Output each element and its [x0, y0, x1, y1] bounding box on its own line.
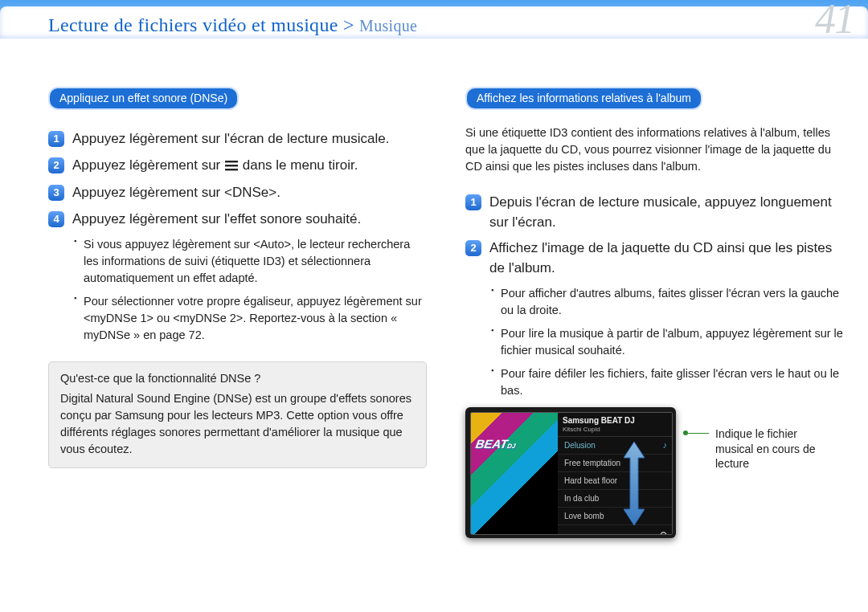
step-row: 1 Appuyez légèrement sur l'écran de lect… [48, 129, 427, 149]
manual-page: Lecture de fichiers vidéo et musique > M… [0, 0, 868, 612]
step-row: 3 Appuyez légèrement sur <DNSe>. [48, 183, 427, 203]
album-art-logo: BEATDJ [475, 437, 518, 451]
step-text: Appuyez légèrement sur l'effet sonore so… [72, 210, 361, 230]
step-number: 4 [48, 211, 64, 227]
callout-text: Indique le fichier musical en cours de l… [715, 426, 836, 472]
track-list: Samsung BEAT DJ Kitschi Cupid Delusion ♪… [558, 413, 672, 534]
step2-before: Appuyez légèrement sur [72, 157, 224, 173]
track-item-selected: Delusion ♪ [558, 437, 672, 455]
step-text: Appuyez légèrement sur dans le menu tiro… [72, 156, 358, 177]
note-item: Pour sélectionner votre propre égaliseur… [74, 293, 427, 344]
callout: Indique le fichier musical en cours de l… [684, 426, 836, 472]
svg-rect-2 [225, 169, 238, 170]
callout-line-icon [688, 433, 709, 434]
breadcrumb-sep: > [338, 14, 359, 35]
right-column: Affichez les informations relatives à l'… [465, 87, 844, 596]
notes-list: Si vous appuyez légèrement sur <Auto>, l… [74, 236, 427, 344]
track-item: Love bomb [558, 508, 672, 525]
step-number: 2 [48, 157, 64, 173]
album-artist: Kitschi Cupid [563, 426, 667, 433]
step-text: Appuyez légèrement sur l'écran de lectur… [72, 129, 389, 149]
step-number: 1 [48, 131, 64, 147]
notes-list: Pour afficher d'autres albums, faites gl… [491, 285, 844, 399]
svg-rect-1 [225, 165, 238, 166]
back-arrow-icon: ↶ [658, 529, 667, 535]
device-mockup: BEATDJ Samsung BEAT DJ Kitschi Cupid Del… [465, 407, 676, 538]
note-item: Si vous appuyez légèrement sur <Auto>, l… [74, 236, 427, 287]
device-illustration-row: BEATDJ Samsung BEAT DJ Kitschi Cupid Del… [465, 407, 844, 538]
album-title: Samsung BEAT DJ [563, 416, 667, 425]
section-intro: Si une étiquette ID3 contient des inform… [465, 124, 844, 175]
page-body: Appliquez un effet sonore (DNSe) 1 Appuy… [48, 87, 844, 596]
note-item: Pour afficher d'autres albums, faites gl… [491, 285, 844, 319]
breadcrumb: Lecture de fichiers vidéo et musique > M… [48, 14, 417, 36]
left-column: Appliquez un effet sonore (DNSe) 1 Appuy… [48, 87, 427, 596]
section-title-album: Affichez les informations relatives à l'… [465, 87, 702, 110]
track-item: Free temptation [558, 455, 672, 472]
step-row: 4 Appuyez légèrement sur l'effet sonore … [48, 210, 427, 230]
track-name: Delusion [564, 441, 596, 450]
track-item: In da club [558, 490, 672, 508]
breadcrumb-sub: Musique [359, 17, 417, 35]
step-number: 3 [48, 185, 64, 201]
step-row: 2 Affichez l'image de la jaquette du CD … [465, 239, 844, 278]
page-header: Lecture de fichiers vidéo et musique > M… [0, 0, 868, 39]
art-label: BEAT [475, 437, 510, 451]
info-question: Qu'est-ce que la fonctionnalité DNSe ? [60, 370, 415, 387]
art-label-sub: DJ [506, 443, 516, 450]
track-header: Samsung BEAT DJ Kitschi Cupid [558, 413, 672, 437]
step2-after: dans le menu tiroir. [243, 157, 358, 173]
page-number: 41 [815, 0, 854, 43]
step-number: 1 [465, 194, 481, 210]
back-row: ↶ [558, 525, 672, 535]
note-item: Pour lire la musique à partir de l'album… [491, 325, 844, 359]
device-screen: BEATDJ Samsung BEAT DJ Kitschi Cupid Del… [470, 412, 673, 535]
step-text: Affichez l'image de la jaquette du CD ai… [489, 239, 844, 278]
menu-lines-icon [225, 157, 238, 177]
dnse-info-box: Qu'est-ce que la fonctionnalité DNSe ? D… [48, 361, 427, 468]
step-number: 2 [465, 240, 481, 256]
track-item: Hard beat floor [558, 472, 672, 490]
breadcrumb-main: Lecture de fichiers vidéo et musique [48, 14, 338, 35]
step-row: 1 Depuis l'écran de lecture musicale, ap… [465, 193, 844, 232]
step-text: Appuyez légèrement sur <DNSe>. [72, 183, 280, 203]
note-item: Pour faire défiler les fichiers, faite g… [491, 365, 844, 399]
music-note-icon: ♪ [663, 440, 668, 450]
step-row: 2 Appuyez légèrement sur dans le menu ti… [48, 156, 427, 177]
album-art: BEATDJ [471, 413, 558, 534]
step-text: Depuis l'écran de lecture musicale, appu… [489, 193, 844, 232]
info-answer: Digital Natural Sound Engine (DNSe) est … [60, 390, 415, 458]
svg-rect-0 [225, 161, 238, 162]
section-title-dnse: Appliquez un effet sonore (DNSe) [48, 87, 239, 110]
